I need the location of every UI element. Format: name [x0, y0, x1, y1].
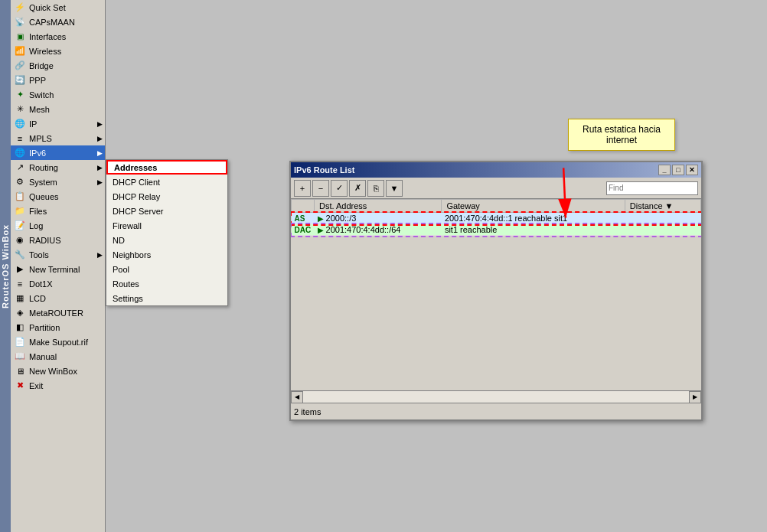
- table-row[interactable]: AS ▶ 2000::/3 2001:470:4:4dd::1 reachabl…: [292, 213, 701, 224]
- system-arrow: ▶: [97, 178, 103, 186]
- sidebar-item-wireless[interactable]: 📶 Wireless: [11, 44, 106, 58]
- sidebar-item-metarouter[interactable]: ◈ MetaROUTER: [11, 305, 106, 320]
- scroll-track[interactable]: [303, 391, 689, 403]
- ip-icon: 🌐: [14, 118, 26, 130]
- sidebar-item-manual[interactable]: 📖 Manual: [11, 349, 106, 364]
- mpls-icon: ≡: [14, 132, 26, 145]
- ip-arrow: ▶: [97, 120, 103, 128]
- exit-icon: ✖: [14, 380, 26, 392]
- mesh-icon: ✳: [14, 103, 26, 116]
- scroll-left-button[interactable]: ◀: [291, 391, 303, 403]
- window-title: IPv6 Route List: [294, 165, 657, 175]
- sidebar-item-bridge[interactable]: 🔗 Bridge: [11, 58, 106, 73]
- col-distance[interactable]: Distance ▼: [625, 200, 700, 213]
- radius-icon: ◉: [14, 234, 26, 246]
- minimize-button[interactable]: _: [658, 165, 671, 175]
- sidebar-item-new-terminal[interactable]: ▶ New Terminal: [11, 262, 106, 276]
- sidebar-item-log[interactable]: 📝 Log: [11, 218, 106, 233]
- submenu-item-nd[interactable]: ND: [106, 233, 227, 247]
- row-dst: ▶ 2001:470:4:4dd::/64: [315, 224, 442, 236]
- row-gateway: sit1 reachable: [442, 224, 625, 236]
- sidebar-item-routing[interactable]: ↗ Routing ▶: [11, 160, 106, 175]
- sidebar-item-quick-set[interactable]: ⚡ Quick Set: [11, 0, 106, 15]
- add-button[interactable]: +: [294, 180, 311, 197]
- route-table: Dst. Address Gateway Distance ▼ AS ▶ 200…: [291, 199, 701, 236]
- routing-arrow: ▶: [97, 164, 103, 171]
- status-text: 2 items: [294, 407, 321, 416]
- sidebar-item-mpls[interactable]: ≡ MPLS ▶: [11, 131, 106, 145]
- submenu-item-settings[interactable]: Settings: [106, 291, 227, 305]
- col-flags[interactable]: [292, 200, 315, 213]
- partition-icon: ◧: [14, 321, 26, 334]
- close-button[interactable]: ✕: [686, 165, 698, 175]
- scrollbar-horizontal[interactable]: ◀ ▶: [291, 390, 701, 403]
- sidebar-item-exit[interactable]: ✖ Exit: [11, 378, 106, 393]
- window-titlebar: IPv6 Route List _ □ ✕: [291, 162, 701, 178]
- row-dst: ▶ 2000::/3: [315, 213, 442, 224]
- remove-button[interactable]: −: [312, 180, 329, 197]
- row-distance: [625, 224, 700, 236]
- enable-button[interactable]: ✓: [331, 180, 348, 197]
- ipv6-icon: 🌐: [14, 147, 26, 159]
- sidebar-item-ip[interactable]: 🌐 IP ▶: [11, 116, 106, 131]
- maximize-button[interactable]: □: [672, 165, 684, 175]
- col-dst[interactable]: Dst. Address: [315, 200, 442, 213]
- log-icon: 📝: [14, 220, 26, 232]
- table-row[interactable]: DAC ▶ 2001:470:4:4dd::/64 sit1 reachable: [292, 224, 701, 236]
- queues-icon: 📋: [14, 191, 26, 203]
- disable-button[interactable]: ✗: [349, 180, 366, 197]
- interfaces-icon: ▣: [14, 31, 26, 43]
- ppp-icon: 🔄: [14, 74, 26, 86]
- sidebar-item-queues[interactable]: 📋 Queues: [11, 189, 106, 204]
- supout-icon: 📄: [14, 336, 26, 348]
- sidebar-item-dot1x[interactable]: ≡ Dot1X: [11, 276, 106, 291]
- submenu-item-pool[interactable]: Pool: [106, 262, 227, 276]
- submenu-item-neighbors[interactable]: Neighbors: [106, 247, 227, 262]
- sidebar-item-make-supout[interactable]: 📄 Make Supout.rif: [11, 335, 106, 349]
- submenu-item-dhcp-client[interactable]: DHCP Client: [106, 175, 227, 189]
- sidebar-label: RouterOS WinBox: [0, 0, 11, 532]
- sidebar-item-switch[interactable]: ✦ Switch: [11, 87, 106, 102]
- submenu-item-routes[interactable]: Routes: [106, 276, 227, 291]
- submenu-item-dhcp-relay[interactable]: DHCP Relay: [106, 189, 227, 204]
- submenu-item-addresses[interactable]: Addresses: [106, 160, 227, 175]
- sidebar-item-capsman[interactable]: 📡 CAPsMAAN: [11, 15, 106, 29]
- sidebar-item-new-winbox[interactable]: 🖥 New WinBox: [11, 364, 106, 378]
- find-input[interactable]: [606, 181, 698, 195]
- row-distance: [625, 213, 700, 224]
- row-flags: AS: [292, 213, 315, 224]
- routing-icon: ↗: [14, 162, 26, 174]
- lcd-icon: ▦: [14, 292, 26, 305]
- route-window: IPv6 Route List _ □ ✕ + − ✓ ✗ ⎘ ▼ Dst. A…: [289, 161, 703, 421]
- row-flags: DAC: [292, 224, 315, 236]
- switch-icon: ✦: [14, 89, 26, 101]
- newwinbox-icon: 🖥: [14, 365, 26, 377]
- sidebar-item-interfaces[interactable]: ▣ Interfaces: [11, 29, 106, 44]
- files-icon: 📁: [14, 205, 26, 217]
- sidebar-item-ipv6[interactable]: 🌐 IPv6 ▶: [11, 145, 106, 160]
- sidebar-item-ppp[interactable]: 🔄 PPP: [11, 73, 106, 87]
- scroll-right-button[interactable]: ▶: [689, 391, 701, 403]
- ipv6-arrow: ▶: [97, 149, 103, 157]
- quick-set-icon: ⚡: [14, 2, 26, 14]
- mpls-arrow: ▶: [97, 135, 103, 142]
- filter-button[interactable]: ▼: [386, 180, 403, 197]
- sidebar-item-files[interactable]: 📁 Files: [11, 204, 106, 218]
- table-header: Dst. Address Gateway Distance ▼: [292, 200, 701, 213]
- sidebar-item-lcd[interactable]: ▦ LCD: [11, 291, 106, 305]
- copy-button[interactable]: ⎘: [367, 180, 384, 197]
- sidebar-item-tools[interactable]: 🔧 Tools ▶: [11, 247, 106, 262]
- submenu-item-firewall[interactable]: Firewall: [106, 218, 227, 233]
- manual-icon: 📖: [14, 351, 26, 363]
- terminal-icon: ▶: [14, 263, 26, 276]
- sidebar-item-system[interactable]: ⚙ System ▶: [11, 175, 106, 189]
- capsman-icon: 📡: [14, 16, 26, 28]
- metarouter-icon: ◈: [14, 307, 26, 319]
- wireless-icon: 📶: [14, 45, 26, 57]
- sidebar: RouterOS WinBox ⚡ Quick Set 📡 CAPsMAAN ▣…: [0, 0, 106, 532]
- submenu-item-dhcp-server[interactable]: DHCP Server: [106, 204, 227, 218]
- bridge-icon: 🔗: [14, 60, 26, 72]
- sidebar-item-mesh[interactable]: ✳ Mesh: [11, 102, 106, 116]
- sidebar-item-radius[interactable]: ◉ RADIUS: [11, 233, 106, 247]
- sidebar-item-partition[interactable]: ◧ Partition: [11, 320, 106, 335]
